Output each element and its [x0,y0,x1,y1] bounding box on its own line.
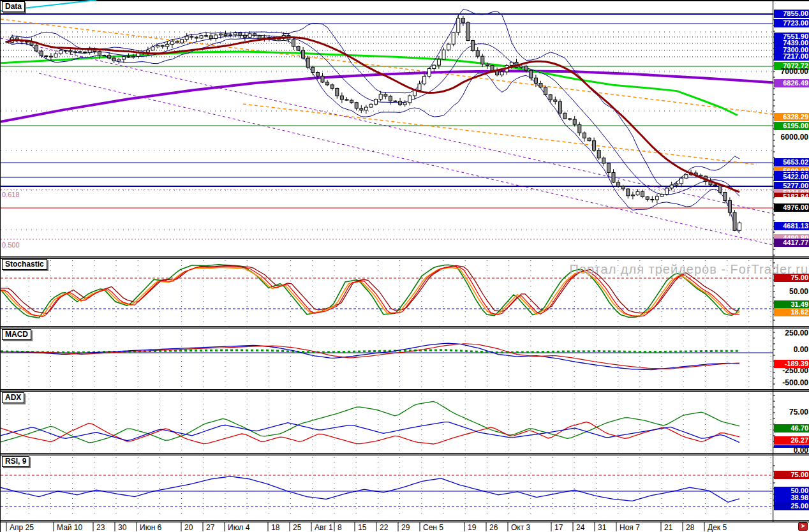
mail-icon[interactable]: ➤ [798,522,808,531]
price-label: 6195.00 [774,122,809,130]
price-label: 4976.00 [774,203,809,212]
price-label: 46.70 [774,424,809,432]
date-label: Авг 1 [315,523,333,532]
panel-title-rsi[interactable]: RSI, 9 [2,456,29,467]
price-label: 75.00 [774,274,809,282]
date-label: 19 [468,523,476,532]
price-label: 7855.00 [774,10,809,18]
date-label: 17 [554,523,563,532]
price-label: 5183.94 [774,193,809,197]
date-label: 26 [489,523,498,532]
panel-title-macd[interactable]: MACD [2,329,31,340]
price-label: 7000.00 [774,68,809,76]
price-label: 4417.77 [774,239,809,247]
date-label: 20 [184,523,193,532]
price-label: 26.27 [774,436,809,445]
price-label: 7723.00 [774,19,809,27]
price-label: 7217.00 [774,52,809,61]
price-label: 0.00 [774,346,809,354]
price-label: 75.00 [774,471,809,479]
date-label: Ноя 7 [620,523,640,532]
fib-label: 0.500 [2,241,20,249]
date-label: 21 [664,523,672,532]
price-label: 5653.02 [774,158,809,166]
date-label: 27 [206,523,214,532]
date-label: Сен 5 [423,523,443,532]
price-label: 4681.13 [774,222,809,230]
price-label: 6826.49 [774,79,809,87]
date-label: Апр 25 [10,523,34,532]
panel-title-data[interactable]: Data [2,1,25,12]
date-label: 25 [293,523,301,532]
date-label: Дек 5 [708,523,727,532]
date-label: 29 [401,523,410,532]
price-label: 18.62 [774,308,809,316]
date-label: 31 [598,523,606,532]
price-label: 0.00 [774,447,809,455]
date-label: 18 [271,523,279,532]
fib-label: 0.618 [2,191,20,198]
date-label: 24 [576,523,584,532]
trading-chart-window: Портал для трейдеров - ForTrader.ru Data… [0,0,809,532]
date-label: Окт 3 [511,523,530,532]
date-label: Июн 6 [140,523,161,532]
price-label: 50.00 [774,288,809,296]
price-label: 250.00 [774,329,809,337]
price-label: 6328.29 [774,113,809,121]
date-label: 8 [338,523,342,532]
price-label: -189.39 [774,360,809,368]
price-label: 6000.00 [774,133,809,142]
date-label: Май 10 [57,523,82,532]
date-label: Июл 4 [228,523,249,532]
watermark: Портал для трейдеров - ForTrader.ru [569,262,808,277]
date-label: 28 [686,523,694,532]
panel-title-stochastic[interactable]: Stochastic [2,259,47,270]
price-label: -500.00 [774,379,809,387]
price-label: 25.00 [774,502,809,510]
date-label: 23 [96,523,105,532]
date-label: 15 [358,523,366,532]
panel-title-adx[interactable]: ADX [2,392,24,403]
price-label: 38.98 [774,494,809,502]
date-label: 30 [118,523,126,532]
date-label: 22 [380,523,388,532]
price-label: 75.00 [774,408,809,417]
price-label: 5422.00 [774,173,809,181]
